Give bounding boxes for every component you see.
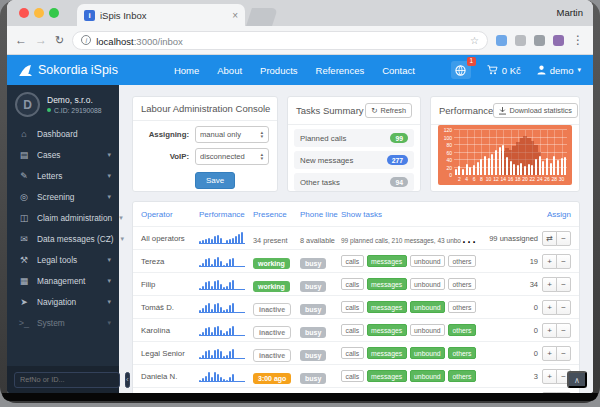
tab-close-icon[interactable]: × (232, 10, 238, 21)
sidebar-item-management[interactable]: ▦Management▾ (7, 270, 119, 291)
sidebar-item-legal-tools[interactable]: ⚒Legal tools▾ (7, 249, 119, 270)
sidebar-item-letters[interactable]: ✎Letters▾ (7, 165, 119, 186)
sidebar-collapse-icon[interactable]: ‹ (125, 372, 130, 388)
nav-item-contact[interactable]: Contact (382, 65, 415, 76)
cart-button[interactable]: 0 Kč (487, 65, 521, 76)
task-filter-calls-button[interactable]: calls (341, 255, 364, 267)
minus-button[interactable]: − (556, 277, 571, 292)
window-zoom-button[interactable] (49, 8, 59, 18)
workspace: D Demo, s.r.o. C.ID: 29190088 ⌂Dashboard… (7, 85, 593, 393)
sidebar-item-system[interactable]: >_System▾ (7, 312, 119, 333)
task-filter-messages-button[interactable]: messages (367, 347, 407, 359)
info-icon[interactable]: i (81, 35, 91, 45)
task-filter-messages-button[interactable]: messages (367, 370, 407, 382)
task-filter-unbound-button[interactable]: unbound (410, 347, 445, 359)
plus-button[interactable]: + (542, 277, 557, 292)
task-filter-others-button[interactable]: others (448, 347, 476, 359)
plus-button[interactable]: + (542, 346, 557, 361)
sidebar-item-dashboard[interactable]: ⌂Dashboard (7, 123, 119, 144)
plus-button[interactable]: + (542, 392, 557, 394)
extension-icon[interactable] (496, 35, 507, 46)
sidebar-item-data-messages-cz[interactable]: ✉Data messages (CZ)▾ (7, 228, 119, 249)
chrome-profile-name[interactable]: Martin (557, 7, 583, 18)
task-filter-others-button[interactable]: others (448, 278, 476, 290)
task-filter-calls-button[interactable]: calls (341, 324, 364, 336)
plus-button[interactable]: + (542, 369, 557, 384)
sidebar-item-screening[interactable]: ◎Screening▾ (7, 186, 119, 207)
user-menu[interactable]: demo ▾ (537, 65, 581, 76)
tab-title: iSpis Inbox (100, 10, 227, 21)
nav-item-references[interactable]: References (316, 65, 365, 76)
assign-buttons: +− (542, 346, 571, 361)
column-header-presence[interactable]: Presence (253, 210, 300, 219)
plus-button[interactable]: + (542, 300, 557, 315)
task-count-badge: 277 (387, 155, 408, 165)
task-filter-calls-button[interactable]: calls (341, 370, 364, 382)
sidebar-item-navigation[interactable]: ➤Navigation▾ (7, 291, 119, 312)
shuffle-button[interactable]: ⇄ (542, 231, 557, 246)
performance-chart: 0204060801001202468101214161820222426283… (438, 125, 572, 185)
task-filter-calls-button[interactable]: calls (341, 301, 364, 313)
tasks-list: Planned calls99New messages277Other task… (288, 129, 420, 191)
task-filter-others-button[interactable]: others (448, 324, 476, 336)
browser-menu-icon[interactable]: ⋮ (572, 33, 585, 47)
task-filter-calls-button[interactable]: calls (341, 278, 364, 290)
task-filter-others-button[interactable]: others (448, 255, 476, 267)
nav-item-about[interactable]: About (217, 65, 242, 76)
column-header-show-tasks[interactable]: Show tasks (341, 210, 479, 219)
plus-button[interactable]: + (542, 254, 557, 269)
home-icon: ⌂ (18, 129, 30, 139)
minus-button[interactable]: − (556, 392, 571, 394)
extension-icon[interactable] (515, 35, 526, 46)
url-bar: ← → ↻ i localhost:3000/inbox ☆ ⋮ (7, 26, 593, 55)
task-filter-unbound-button[interactable]: unbound (410, 324, 445, 336)
task-filter-messages-button[interactable]: messages (367, 301, 407, 313)
task-filter-unbound-button[interactable]: unbound (410, 370, 445, 382)
sidebar-item-cases[interactable]: ▤Cases▾ (7, 144, 119, 165)
forward-icon[interactable]: → (35, 33, 47, 47)
minus-button[interactable]: − (556, 300, 571, 315)
minus-button[interactable]: − (556, 346, 571, 361)
chevron-down-icon: ▾ (107, 298, 111, 306)
nav-item-home[interactable]: Home (174, 65, 199, 76)
voip-select[interactable]: disconnected ▲▼ (195, 148, 269, 165)
chevron-down-icon: ▾ (107, 256, 111, 264)
scroll-to-top-button[interactable]: ∧ (567, 371, 587, 388)
column-header-performance[interactable]: Performance (199, 210, 253, 219)
refno-search-input[interactable] (14, 372, 120, 388)
column-header-assign[interactable]: Assign (479, 210, 571, 219)
nav-item-products[interactable]: Products (260, 65, 298, 76)
plus-button[interactable]: + (542, 323, 557, 338)
task-filter-messages-button[interactable]: messages (367, 324, 407, 336)
window-minimize-button[interactable] (34, 8, 44, 18)
task-filter-unbound-button[interactable]: unbound (410, 255, 445, 267)
task-filter-others-button[interactable]: others (448, 301, 476, 313)
minus-button[interactable]: − (556, 254, 571, 269)
task-filter-unbound-button[interactable]: unbound (410, 301, 445, 313)
save-button[interactable]: Save (195, 172, 235, 189)
notifications-button[interactable]: 1 (451, 61, 471, 79)
reload-icon[interactable]: ↻ (55, 34, 64, 47)
refresh-button[interactable]: ↻ Refresh (365, 103, 412, 118)
bookmark-star-icon[interactable]: ☆ (470, 35, 479, 46)
task-filter-messages-button[interactable]: messages (367, 278, 407, 290)
minus-button[interactable]: − (556, 231, 571, 246)
column-header-operator[interactable]: Operator (141, 210, 199, 219)
back-icon[interactable]: ← (15, 33, 27, 47)
minus-button[interactable]: − (556, 323, 571, 338)
extension-icon[interactable] (534, 35, 545, 46)
task-filter-unbound-button[interactable]: unbound (410, 278, 445, 290)
window-close-button[interactable] (19, 8, 29, 18)
new-tab-button[interactable] (246, 8, 278, 26)
assigning-select[interactable]: manual only ▲▼ (195, 126, 269, 143)
task-filter-messages-button[interactable]: messages (367, 255, 407, 267)
task-filter-others-button[interactable]: others (448, 370, 476, 382)
task-filter-calls-button[interactable]: calls (341, 347, 364, 359)
extension-icon[interactable] (553, 35, 564, 46)
browser-tab[interactable]: i iSpis Inbox × (77, 4, 245, 26)
column-header-phone-line[interactable]: Phone line (300, 210, 341, 219)
brand[interactable]: Sokordia iSpis (19, 63, 118, 77)
address-input[interactable]: i localhost:3000/inbox ☆ (72, 31, 488, 50)
sidebar-item-claim-administration[interactable]: ◫Claim administration▾ (7, 207, 119, 228)
download-statistics-button[interactable]: Download statistics (493, 103, 577, 118)
